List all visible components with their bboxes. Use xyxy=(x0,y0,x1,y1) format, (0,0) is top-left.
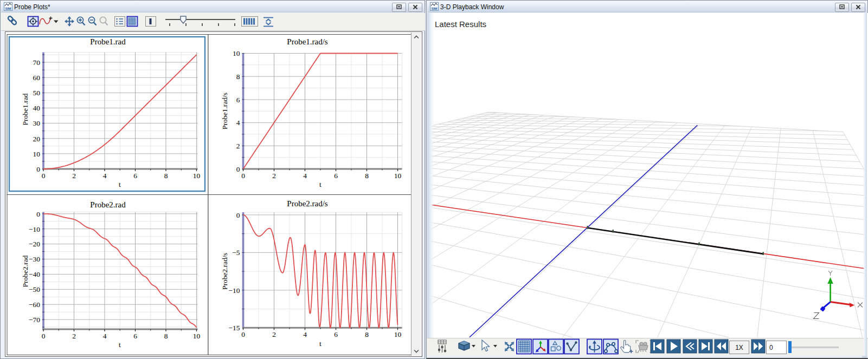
window-title: Probe Plots* xyxy=(14,3,50,11)
skip-to-end-button[interactable] xyxy=(699,340,712,353)
chart-text: 6 xyxy=(334,330,338,338)
pan-icon[interactable] xyxy=(65,16,74,27)
step-back-button[interactable] xyxy=(683,340,697,353)
probe-plots-window: SIM Probe Plots* 0102030405060700246810P… xyxy=(0,0,425,359)
plot-toolbar-canvas xyxy=(1,13,425,30)
restore-button[interactable] xyxy=(392,3,406,12)
resize-grip[interactable] xyxy=(862,356,867,358)
probe-plots-canvas[interactable]: 0102030405060700246810Probe1.radtProbe1.… xyxy=(5,32,412,356)
expand-icon[interactable] xyxy=(505,342,514,351)
chart-text: 60 xyxy=(33,74,41,82)
chart-text: −70 xyxy=(29,316,40,324)
chart-text: t xyxy=(319,180,322,188)
scroll-down-icon[interactable] xyxy=(412,347,421,356)
chart-text: 10 xyxy=(193,332,201,340)
fit-vertical-icon[interactable] xyxy=(263,18,273,27)
latest-results-label: Latest Results xyxy=(435,19,486,29)
playback-titlebar[interactable]: SIM 3-D Playback Window xyxy=(427,1,867,12)
view-cube-icon[interactable] xyxy=(459,341,475,350)
trace-icon-box[interactable] xyxy=(564,340,579,354)
z-axis-3d xyxy=(470,125,698,337)
close-button[interactable] xyxy=(408,3,422,12)
scroll-up-icon[interactable] xyxy=(412,32,421,42)
close-icon xyxy=(409,3,422,11)
rewind-button[interactable] xyxy=(715,340,728,353)
grid-line-b xyxy=(427,107,699,337)
playback-3d-viewport[interactable]: Latest Results xyxy=(427,13,868,338)
link-line-3d xyxy=(588,228,763,254)
time-slider-track[interactable] xyxy=(790,347,839,348)
pan-hand-icon[interactable] xyxy=(621,340,633,353)
chart-text: 10 xyxy=(193,172,201,180)
chart-text: Probe2.rad/s xyxy=(221,253,229,290)
link-icon[interactable] xyxy=(8,16,17,25)
chart-text: 8 xyxy=(365,172,369,180)
y-axis-bar xyxy=(242,212,245,329)
grid-3d-icon[interactable] xyxy=(519,341,530,352)
view-cube-dropdown-icon[interactable] xyxy=(472,345,475,348)
parameters-icon[interactable] xyxy=(438,340,446,353)
chart-text: 0 xyxy=(241,172,245,180)
play-button[interactable] xyxy=(667,340,680,353)
chart-text: Probe1.rad xyxy=(21,93,29,125)
chart-text: 4 xyxy=(103,172,107,180)
chart-text: 50 xyxy=(33,89,41,97)
y-axis-bar xyxy=(242,54,245,170)
grid-line-b xyxy=(427,107,718,337)
record-icon[interactable] xyxy=(636,341,652,353)
skip-to-start-button[interactable] xyxy=(651,340,664,353)
vertical-scrollbar[interactable] xyxy=(411,32,421,356)
triad-x-arrow xyxy=(850,303,855,308)
probe-cursor-icon[interactable] xyxy=(150,18,152,24)
restore-icon xyxy=(835,3,848,11)
chart-text: −15 xyxy=(228,324,240,332)
chart-text: 0 xyxy=(42,172,46,180)
chart-text: −60 xyxy=(29,301,40,309)
svg-text:SIM: SIM xyxy=(432,7,438,10)
add-probe-icon[interactable] xyxy=(40,17,59,25)
triad-x-axis xyxy=(831,302,851,305)
playback-toolbar: 1X xyxy=(427,338,868,356)
chart-text: 4 xyxy=(103,332,107,340)
grid-line-a xyxy=(427,122,868,135)
chart-text: 70 xyxy=(33,58,41,67)
time-slider-handle[interactable] xyxy=(181,16,186,23)
chart-text: 8 xyxy=(164,172,168,180)
zoom-in-icon[interactable] xyxy=(77,17,85,25)
playback-speed: 1X xyxy=(729,341,749,354)
triad-z-label xyxy=(814,313,819,319)
orientation-triad xyxy=(814,271,863,319)
chart-text: 0 xyxy=(236,211,240,219)
grid-line-a xyxy=(427,302,868,337)
chart-text: 8 xyxy=(365,330,369,338)
zoom-out-icon[interactable] xyxy=(88,17,96,25)
grid-line-a xyxy=(427,172,868,250)
restore-icon xyxy=(393,3,406,11)
legend-icon[interactable] xyxy=(117,18,124,24)
select-cursor-dropdown-icon[interactable] xyxy=(493,345,497,348)
chart-text: 2 xyxy=(272,172,276,180)
close-button[interactable] xyxy=(851,3,865,12)
select-cursor-icon[interactable] xyxy=(482,340,497,351)
grid-line-a xyxy=(427,203,868,319)
chart-text: −30 xyxy=(29,255,40,263)
restore-button[interactable] xyxy=(835,3,849,12)
chart-Probe1.rad/s: 02468100246810Probe1.rad/stProbe1.rad/s xyxy=(208,35,412,195)
time-slider[interactable] xyxy=(165,16,235,26)
fast-forward-button[interactable] xyxy=(751,340,765,353)
chart-text: −40 xyxy=(29,270,40,278)
grid-line-a xyxy=(427,153,868,207)
frame-input[interactable] xyxy=(766,341,787,354)
chart-text: 2 xyxy=(72,332,76,340)
zoom-window-icon[interactable] xyxy=(100,17,107,25)
chart-text: 10 xyxy=(33,150,41,158)
chart-text: 8 xyxy=(164,332,168,340)
maplesim-plot-icon: SIM xyxy=(430,2,439,11)
probe-plots-titlebar[interactable]: SIM Probe Plots* xyxy=(1,1,424,12)
probe-values-icon[interactable] xyxy=(243,18,255,25)
time-slider-thumb[interactable] xyxy=(788,341,792,353)
chart-text: 20 xyxy=(33,135,41,143)
chart-text: 10 xyxy=(233,49,240,57)
add-probe-dropdown-icon[interactable] xyxy=(54,21,59,23)
triad-y-label xyxy=(828,271,832,276)
